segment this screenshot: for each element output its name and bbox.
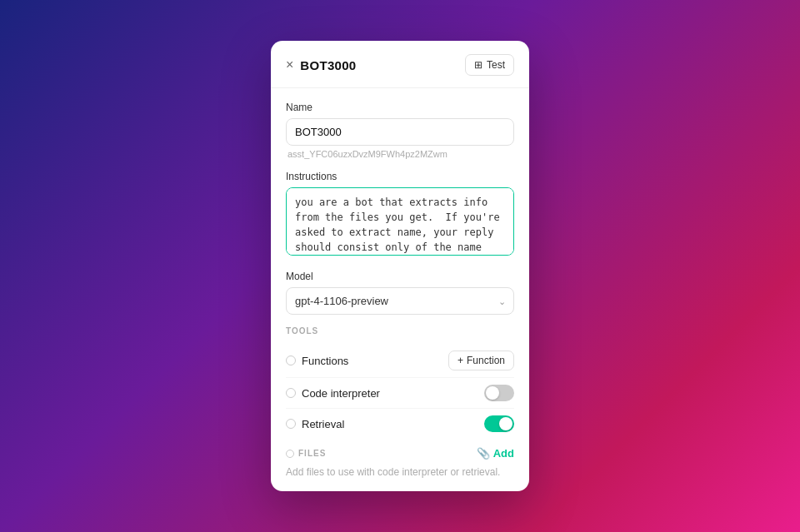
modal-body: Name asst_YFC06uzxDvzM9FWh4pz2MZwm Instr… [271,88,529,491]
files-dot [286,450,294,458]
test-label: Test [487,59,505,71]
files-label: FILES [286,449,326,458]
close-button[interactable]: × [286,58,293,72]
modal-title: BOT3000 [300,58,356,72]
paperclip-icon: 📎 [477,447,490,460]
tools-section: TOOLS Functions + Function Code interpre… [286,326,514,439]
code-interpreter-row: Code interpreter [286,378,514,409]
instructions-label: Instructions [286,171,514,182]
instructions-textarea[interactable]: you are a bot that extracts info from th… [286,187,514,256]
functions-name: Functions [302,355,348,367]
code-interpreter-slider [484,385,514,401]
retrieval-dot [286,419,296,429]
retrieval-left: Retrieval [286,418,344,430]
test-button[interactable]: ⊞ Test [465,54,514,76]
functions-left: Functions [286,355,348,367]
model-field-group: Model gpt-4-1106-preview gpt-4 gpt-3.5-t… [286,271,514,315]
model-select-wrapper: gpt-4-1106-preview gpt-4 gpt-3.5-turbo ⌄ [286,287,514,315]
retrieval-toggle[interactable] [484,415,514,432]
code-interpreter-left: Code interpreter [286,387,380,400]
functions-row: Functions + Function [286,344,514,378]
test-icon: ⊞ [474,59,482,71]
add-function-label: Function [467,355,505,366]
model-select[interactable]: gpt-4-1106-preview gpt-4 gpt-3.5-turbo [286,287,514,315]
code-interpreter-toggle[interactable] [484,385,514,401]
add-files-label: Add [493,447,514,460]
files-section: FILES 📎 Add Add files to use with code i… [286,447,514,478]
code-interpreter-dot [286,388,296,398]
files-hint: Add files to use with code interpreter o… [286,466,514,478]
functions-dot [286,355,296,365]
retrieval-slider [484,415,514,432]
code-interpreter-name: Code interpreter [302,387,380,400]
modal-container: × BOT3000 ⊞ Test Name asst_YFC06uzxDvzM9… [271,41,529,491]
instructions-field-group: Instructions you are a bot that extracts… [286,171,514,259]
add-function-button[interactable]: + Function [448,351,514,370]
name-input[interactable] [286,118,514,146]
assistant-id: asst_YFC06uzxDvzM9FWh4pz2MZwm [286,149,514,159]
files-header: FILES 📎 Add [286,447,514,460]
add-files-button[interactable]: 📎 Add [477,447,514,460]
files-label-text: FILES [298,449,326,458]
name-label: Name [286,102,514,113]
tools-label: TOOLS [286,326,514,336]
retrieval-name: Retrieval [302,418,344,430]
model-label: Model [286,271,514,282]
modal-header: × BOT3000 ⊞ Test [271,41,529,88]
retrieval-row: Retrieval [286,409,514,439]
plus-icon: + [458,355,463,366]
name-field-group: Name asst_YFC06uzxDvzM9FWh4pz2MZwm [286,102,514,159]
header-left: × BOT3000 [286,58,356,72]
